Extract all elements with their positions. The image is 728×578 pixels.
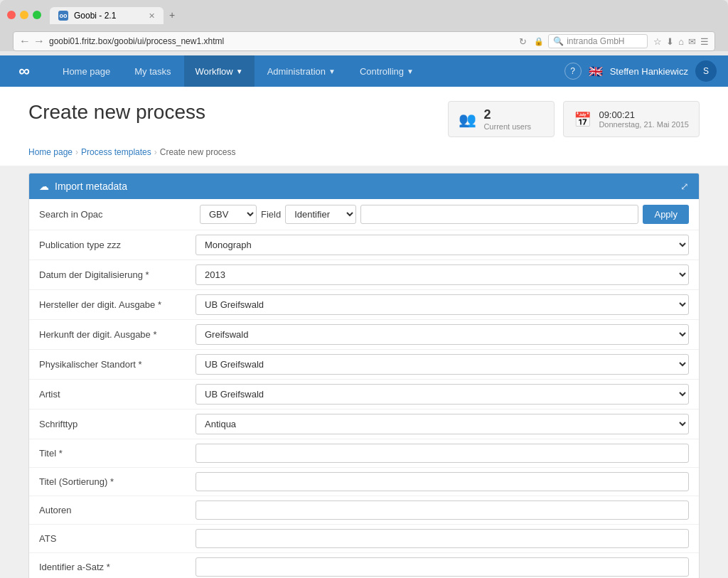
nav-username: Steffen Hankiewicz [610, 66, 688, 77]
form-text-input[interactable] [196, 557, 689, 577]
current-date: Donnerstag, 21. Mai 2015 [599, 120, 689, 129]
form-body: Search in Opac GBV SWB BVB Field Identif… [29, 199, 699, 578]
admin-chevron-icon: ▼ [328, 68, 336, 75]
bookmark-icon[interactable]: ☆ [653, 36, 662, 47]
workflow-chevron-icon: ▼ [236, 68, 243, 75]
search-input[interactable] [360, 205, 638, 224]
top-nav: ∞ Home page My tasks Workflow ▼ Administ… [0, 55, 728, 87]
tab-close-button[interactable]: ✕ [149, 11, 155, 21]
page-title: Create new process [28, 101, 205, 124]
form-row: ATS [29, 525, 699, 553]
form-field-label: Artist [39, 389, 196, 400]
controlling-chevron-icon: ▼ [407, 68, 414, 75]
form-select[interactable]: 201320142015 [196, 264, 689, 285]
form-select[interactable]: MonographPeriodicalManuscript [196, 235, 689, 255]
minimize-dot[interactable] [20, 11, 28, 19]
form-row: SchrifttypAntiquaFraktur [29, 410, 699, 439]
address-bar[interactable]: goobi01.fritz.box/goobi/ui/process_new1.… [49, 36, 516, 46]
panel-title: ☁ Import metadata [39, 181, 127, 192]
users-count: 2 [483, 107, 531, 122]
shield-icon: 🔒 [534, 37, 544, 46]
form-row: Datum der Digitalisierung *201320142015 [29, 260, 699, 290]
download-icon[interactable]: ⬇ [666, 36, 674, 47]
home-icon[interactable]: ⌂ [678, 36, 684, 47]
new-tab-button[interactable]: + [164, 6, 181, 24]
import-metadata-panel: ☁ Import metadata ⤢ Search in Opac GBV S… [28, 173, 700, 578]
search-icon: 🔍 [553, 36, 564, 46]
form-row: Titel (Sortierung) * [29, 468, 699, 496]
search-opac-row: Search in Opac GBV SWB BVB Field Identif… [29, 199, 699, 230]
tab-title: Goobi - 2.1 [74, 11, 116, 21]
mail-icon[interactable]: ✉ [688, 36, 696, 47]
form-field-label: Schrifttyp [39, 419, 196, 429]
help-button[interactable]: ? [564, 63, 582, 80]
form-select[interactable]: Greifswald [196, 324, 689, 345]
form-row: Titel * [29, 439, 699, 468]
expand-icon[interactable]: ⤢ [680, 181, 689, 192]
form-row: ArtistUB Greifswald [29, 380, 699, 410]
form-row: Herkunft der digit. Ausgabe *Greifswald [29, 320, 699, 350]
field-label: Field [261, 209, 281, 220]
current-time: 09:00:21 [599, 109, 689, 120]
form-field-label: Autoren [39, 505, 196, 515]
browser-tab[interactable]: oo Goobi - 2.1 ✕ [50, 7, 164, 24]
nav-right: ? 🇬🇧 Steffen Hankiewicz S [564, 60, 717, 82]
opac-source-select[interactable]: GBV SWB BVB [200, 205, 257, 224]
form-row: Autoren [29, 496, 699, 525]
field-type-select[interactable]: Identifier Title Author [285, 205, 356, 224]
form-text-input[interactable] [196, 444, 689, 463]
form-select[interactable]: UB Greifswald [196, 384, 689, 405]
form-text-input[interactable] [196, 501, 689, 520]
tab-favicon: oo [58, 11, 68, 21]
current-users-widget: 👥 2 Current users [448, 101, 555, 137]
users-icon: 👥 [459, 111, 476, 128]
nav-controlling[interactable]: Controlling ▼ [348, 55, 425, 87]
form-fields: Publication type zzzMonographPeriodicalM… [29, 230, 699, 578]
form-field-label: Titel (Sortierung) * [39, 476, 196, 487]
form-select[interactable]: UB Greifswald [196, 294, 689, 315]
form-text-input[interactable] [196, 529, 689, 548]
nav-workflow[interactable]: Workflow ▼ [184, 55, 255, 87]
form-select[interactable]: AntiquaFraktur [196, 414, 689, 434]
nav-home[interactable]: Home page [51, 55, 122, 87]
back-button[interactable]: ← [19, 35, 31, 48]
form-row: Identifier a-Satz * [29, 553, 699, 578]
main-content: ☁ Import metadata ⤢ Search in Opac GBV S… [0, 166, 728, 578]
reload-button[interactable]: ↻ [519, 36, 527, 47]
nav-my-tasks[interactable]: My tasks [123, 55, 182, 87]
search-opac-label: Search in Opac [39, 209, 196, 220]
menu-icon[interactable]: ☰ [700, 36, 709, 47]
nav-administration[interactable]: Administration ▼ [256, 55, 347, 87]
nav-items: Home page My tasks Workflow ▼ Administra… [51, 55, 564, 87]
form-field-label: Physikalischer Standort * [39, 359, 196, 370]
form-select[interactable]: UB Greifswald [196, 354, 689, 375]
breadcrumb-current: Create new process [160, 147, 236, 157]
breadcrumb-home[interactable]: Home page [28, 147, 73, 157]
calendar-icon: 📅 [574, 111, 592, 128]
search-opac-controls: GBV SWB BVB Field Identifier Title Autho… [200, 205, 689, 224]
form-field-label: Identifier a-Satz * [39, 562, 196, 572]
form-text-input[interactable] [196, 472, 689, 491]
forward-button[interactable]: → [33, 35, 45, 48]
panel-header: ☁ Import metadata ⤢ [29, 173, 699, 199]
breadcrumb-sep1: › [75, 147, 78, 157]
breadcrumb-sep2: › [154, 147, 157, 157]
language-flag[interactable]: 🇬🇧 [589, 65, 603, 78]
form-field-label: ATS [39, 533, 196, 544]
header-widgets: 👥 2 Current users 📅 09:00:21 Donnerstag,… [448, 101, 700, 137]
browser-search-text[interactable]: intranda GmbH [567, 36, 624, 46]
form-row: Physikalischer Standort *UB Greifswald [29, 350, 699, 380]
form-field-label: Herkunft der digit. Ausgabe * [39, 329, 196, 340]
users-label: Current users [483, 122, 531, 131]
breadcrumb-templates[interactable]: Process templates [81, 147, 151, 157]
app-logo: ∞ [11, 58, 37, 84]
form-field-label: Hersteller der digit. Ausgabe * [39, 299, 196, 310]
close-dot[interactable] [7, 11, 16, 19]
nav-avatar: S [695, 60, 717, 82]
expand-dot[interactable] [33, 11, 41, 19]
form-field-label: Publication type zzz [39, 240, 196, 250]
form-field-label: Datum der Digitalisierung * [39, 269, 196, 280]
form-row: Publication type zzzMonographPeriodicalM… [29, 230, 699, 260]
apply-button[interactable]: Apply [643, 205, 689, 224]
breadcrumb: Home page › Process templates › Create n… [0, 144, 728, 166]
